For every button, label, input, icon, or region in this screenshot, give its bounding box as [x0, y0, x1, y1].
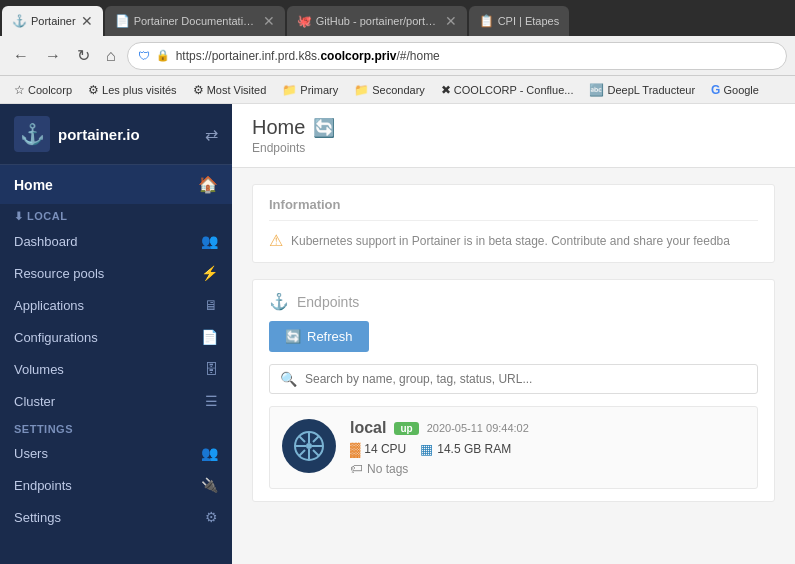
- info-box: Information ⚠ Kubernetes support in Port…: [252, 184, 775, 263]
- url-text: https://portainer.inf.prd.k8s.coolcorp.p…: [176, 49, 776, 63]
- configurations-label: Configurations: [14, 330, 98, 345]
- resource-pools-label: Resource pools: [14, 266, 104, 281]
- cluster-label: Cluster: [14, 394, 55, 409]
- app-layout: ⚓ portainer.io ⇄ Home 🏠 ⬇ LOCAL Dashboar…: [0, 104, 795, 564]
- cpu-stat: ▓ 14 CPU: [350, 441, 406, 457]
- bookmark-most-visited[interactable]: ⚙ Most Visited: [187, 81, 273, 99]
- info-divider: [269, 220, 758, 221]
- tags-value: No tags: [367, 462, 408, 476]
- ram-value: 14.5 GB RAM: [437, 442, 511, 456]
- volumes-label: Volumes: [14, 362, 64, 377]
- sidebar-item-settings[interactable]: Settings ⚙: [0, 501, 232, 533]
- bookmark-deepl[interactable]: 🔤 DeepL Traducteur: [583, 81, 701, 99]
- status-badge: up: [394, 422, 418, 435]
- endpoint-helm-icon: [282, 419, 336, 473]
- search-input[interactable]: [305, 372, 747, 386]
- portainer-tab-icon: ⚓: [12, 14, 26, 28]
- bookmark-confluence-label: COOLCORP - Conflue...: [454, 84, 574, 96]
- home-button[interactable]: ⌂: [101, 45, 121, 67]
- applications-label: Applications: [14, 298, 84, 313]
- bookmark-google[interactable]: G Google: [705, 81, 765, 99]
- url-domain: coolcorp.priv: [320, 49, 396, 63]
- tab-bar: ⚓ Portainer ✕ 📄 Portainer Documentation …: [0, 0, 795, 36]
- sidebar-item-users[interactable]: Users 👥: [0, 437, 232, 469]
- tags-row: 🏷 No tags: [350, 461, 745, 476]
- dashboard-icon: 👥: [201, 233, 218, 249]
- coolcorp-icon: ☆: [14, 83, 25, 97]
- forward-button[interactable]: →: [40, 45, 66, 67]
- refresh-btn-label: Refresh: [307, 329, 353, 344]
- endpoint-name: local: [350, 419, 386, 437]
- bookmark-coolcorp-label: Coolcorp: [28, 84, 72, 96]
- endpoint-stats: ▓ 14 CPU ▦ 14.5 GB RAM: [350, 441, 745, 457]
- sidebar-item-cluster[interactable]: Cluster ☰: [0, 385, 232, 417]
- tab-github[interactable]: 🐙 GitHub - portainer/portainer-k... ✕: [287, 6, 467, 36]
- title-refresh-icon[interactable]: 🔄: [313, 117, 335, 139]
- secondary-icon: 📁: [354, 83, 369, 97]
- sidebar-item-volumes[interactable]: Volumes 🗄: [0, 353, 232, 385]
- main-content: Home 🔄 Endpoints Information ⚠ Kubernete…: [232, 104, 795, 564]
- bookmark-coolcorp-confluence[interactable]: ✖ COOLCORP - Conflue...: [435, 81, 580, 99]
- svg-line-6: [299, 436, 305, 442]
- tab-docs[interactable]: 📄 Portainer Documentation - Au... ✕: [105, 6, 285, 36]
- bookmark-google-label: Google: [723, 84, 758, 96]
- les-plus-visites-icon: ⚙: [88, 83, 99, 97]
- logo-text: portainer.io: [58, 126, 140, 143]
- google-icon: G: [711, 83, 720, 97]
- info-message: Kubernetes support in Portainer is in be…: [291, 234, 730, 248]
- page-title-text: Home: [252, 116, 305, 139]
- tab-github-close[interactable]: ✕: [445, 13, 457, 29]
- reload-button[interactable]: ↻: [72, 44, 95, 67]
- sidebar-item-applications[interactable]: Applications 🖥: [0, 289, 232, 321]
- endpoint-date: 2020-05-11 09:44:02: [427, 422, 529, 434]
- home-nav-link[interactable]: Home 🏠: [0, 165, 232, 204]
- settings-label: Settings: [14, 510, 61, 525]
- tag-icon: 🏷: [350, 461, 363, 476]
- sidebar-item-resource-pools[interactable]: Resource pools ⚡: [0, 257, 232, 289]
- users-icon: 👥: [201, 445, 218, 461]
- shield-icon: 🛡: [138, 49, 150, 63]
- bookmark-primary[interactable]: 📁 Primary: [276, 81, 344, 99]
- content-area: Information ⚠ Kubernetes support in Port…: [232, 168, 795, 518]
- sidebar-item-endpoints[interactable]: Endpoints 🔌: [0, 469, 232, 501]
- tab-portainer-close[interactable]: ✕: [81, 13, 93, 29]
- refresh-button[interactable]: 🔄 Refresh: [269, 321, 369, 352]
- github-tab-icon: 🐙: [297, 14, 311, 28]
- back-button[interactable]: ←: [8, 45, 34, 67]
- endpoint-name-row: local up 2020-05-11 09:44:02: [350, 419, 745, 437]
- sidebar-item-configurations[interactable]: Configurations 📄: [0, 321, 232, 353]
- main-header: Home 🔄 Endpoints: [232, 104, 795, 168]
- endpoints-nav-label: Endpoints: [14, 478, 72, 493]
- settings-icon: ⚙: [205, 509, 218, 525]
- endpoints-section-label: Endpoints: [297, 294, 359, 310]
- tab-cpi[interactable]: 📋 CPI | Etapes: [469, 6, 570, 36]
- tab-cpi-label: CPI | Etapes: [498, 15, 560, 27]
- tab-docs-label: Portainer Documentation - Au...: [134, 15, 258, 27]
- home-nav-icon: 🏠: [198, 175, 218, 194]
- page-subtitle: Endpoints: [252, 141, 775, 155]
- search-bar: 🔍: [269, 364, 758, 394]
- configurations-icon: 📄: [201, 329, 218, 345]
- logo-icon: ⚓: [14, 116, 50, 152]
- svg-line-8: [313, 436, 319, 442]
- local-section-label: ⬇ LOCAL: [0, 204, 232, 225]
- bookmark-secondary[interactable]: 📁 Secondary: [348, 81, 431, 99]
- bookmark-les-plus-visites[interactable]: ⚙ Les plus visités: [82, 81, 183, 99]
- tab-portainer-label: Portainer: [31, 15, 76, 27]
- search-icon: 🔍: [280, 371, 297, 387]
- docs-tab-icon: 📄: [115, 14, 129, 28]
- bookmark-secondary-label: Secondary: [372, 84, 425, 96]
- url-bar[interactable]: 🛡 🔒 https://portainer.inf.prd.k8s.coolco…: [127, 42, 787, 70]
- tab-portainer[interactable]: ⚓ Portainer ✕: [2, 6, 103, 36]
- bookmark-coolcorp[interactable]: ☆ Coolcorp: [8, 81, 78, 99]
- ram-stat: ▦ 14.5 GB RAM: [420, 441, 511, 457]
- sidebar-item-dashboard[interactable]: Dashboard 👥: [0, 225, 232, 257]
- cpi-tab-icon: 📋: [479, 14, 493, 28]
- home-nav-label: Home: [14, 177, 53, 193]
- swap-icon[interactable]: ⇄: [205, 125, 218, 144]
- cpu-value: 14 CPU: [364, 442, 406, 456]
- refresh-btn-icon: 🔄: [285, 329, 301, 344]
- warning-icon: ⚠: [269, 231, 283, 250]
- endpoint-details: local up 2020-05-11 09:44:02 ▓ 14 CPU ▦: [350, 419, 745, 476]
- tab-docs-close[interactable]: ✕: [263, 13, 275, 29]
